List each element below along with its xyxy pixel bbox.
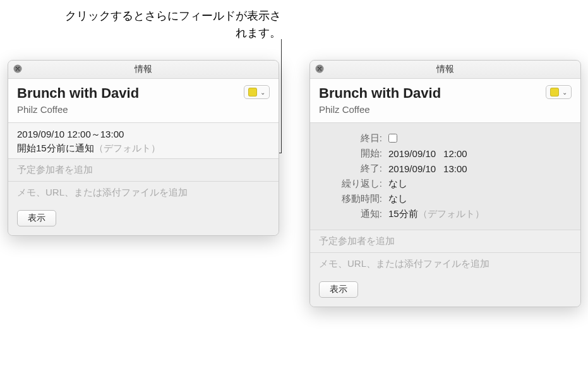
show-button[interactable]: 表示 <box>319 281 358 298</box>
start-date[interactable]: 2019/09/10 <box>388 148 436 159</box>
calendar-picker[interactable]: ⌄ <box>244 85 270 99</box>
event-location[interactable]: Philz Coffee <box>319 104 546 115</box>
event-title[interactable]: Brunch with David <box>17 85 244 102</box>
alarm-default: （デフォルト） <box>418 208 484 219</box>
datetime-section[interactable]: 2019/09/10 12:00～13:00 開始15分前に通知（デフォルト） <box>8 123 279 159</box>
allday-checkbox[interactable] <box>388 134 397 143</box>
alarm-default: （デフォルト） <box>94 143 160 153</box>
invitees-section[interactable]: 予定参加者を追加 <box>8 159 279 182</box>
annotation-text: クリックするとさらにフィールドが表示されます。 <box>60 8 281 42</box>
window-title: 情報 <box>436 64 454 74</box>
event-info-popover-expanded: 情報 Brunch with David Philz Coffee ⌄ 終日: … <box>309 60 581 307</box>
alarm-summary: 開始15分前に通知（デフォルト） <box>17 143 270 155</box>
close-icon[interactable] <box>13 64 22 73</box>
calendar-color-swatch <box>550 88 559 97</box>
invitees-placeholder: 予定参加者を追加 <box>17 164 93 175</box>
titlebar: 情報 <box>8 61 279 79</box>
event-header: Brunch with David Philz Coffee ⌄ <box>310 79 580 123</box>
invitees-placeholder: 予定参加者を追加 <box>319 235 395 246</box>
event-title[interactable]: Brunch with David <box>319 85 546 102</box>
window-title: 情報 <box>135 64 152 74</box>
repeat-label: 繰り返し: <box>319 178 388 190</box>
start-row: 開始: 2019/09/1012:00 <box>319 148 572 160</box>
end-row: 終了: 2019/09/1013:00 <box>319 163 572 175</box>
event-header: Brunch with David Philz Coffee ⌄ <box>8 79 279 123</box>
footer: 表示 <box>310 275 580 307</box>
notes-placeholder: メモ、URL、または添付ファイルを追加 <box>17 187 188 197</box>
end-time[interactable]: 13:00 <box>443 163 467 174</box>
start-label: 開始: <box>319 148 388 160</box>
chevron-down-icon: ⌄ <box>562 89 567 96</box>
notes-section[interactable]: メモ、URL、または添付ファイルを追加 <box>310 253 580 275</box>
calendar-picker[interactable]: ⌄ <box>546 85 572 99</box>
allday-label: 終日: <box>319 132 388 144</box>
start-time[interactable]: 12:00 <box>443 148 467 159</box>
travel-value[interactable]: なし <box>388 193 572 205</box>
event-info-popover-compact: 情報 Brunch with David Philz Coffee ⌄ 2019… <box>8 60 279 236</box>
notes-section[interactable]: メモ、URL、または添付ファイルを追加 <box>8 182 279 204</box>
close-icon[interactable] <box>315 64 324 73</box>
alarm-value[interactable]: 15分前 <box>388 208 418 219</box>
alarm-text: 開始15分前に通知 <box>17 143 94 153</box>
footer: 表示 <box>8 204 279 235</box>
notes-placeholder: メモ、URL、または添付ファイルを追加 <box>319 258 489 269</box>
alarm-label: 通知: <box>319 208 388 220</box>
chevron-down-icon: ⌄ <box>260 89 265 96</box>
show-button[interactable]: 表示 <box>17 210 56 226</box>
calendar-color-swatch <box>248 88 257 97</box>
invitees-section[interactable]: 予定参加者を追加 <box>310 230 580 253</box>
datetime-fields: 終日: 開始: 2019/09/1012:00 終了: 2019/09/1013… <box>310 123 580 230</box>
allday-row: 終日: <box>319 132 572 144</box>
alarm-row: 通知: 15分前（デフォルト） <box>319 208 572 220</box>
repeat-row: 繰り返し: なし <box>319 178 572 190</box>
leader-line-vertical <box>281 39 282 153</box>
travel-label: 移動時間: <box>319 193 388 205</box>
datetime-summary: 2019/09/10 12:00～13:00 <box>17 129 270 141</box>
repeat-value[interactable]: なし <box>388 178 572 190</box>
end-date[interactable]: 2019/09/10 <box>388 163 436 174</box>
event-location[interactable]: Philz Coffee <box>17 104 244 115</box>
travel-row: 移動時間: なし <box>319 193 572 205</box>
end-label: 終了: <box>319 163 388 175</box>
titlebar: 情報 <box>310 61 580 79</box>
